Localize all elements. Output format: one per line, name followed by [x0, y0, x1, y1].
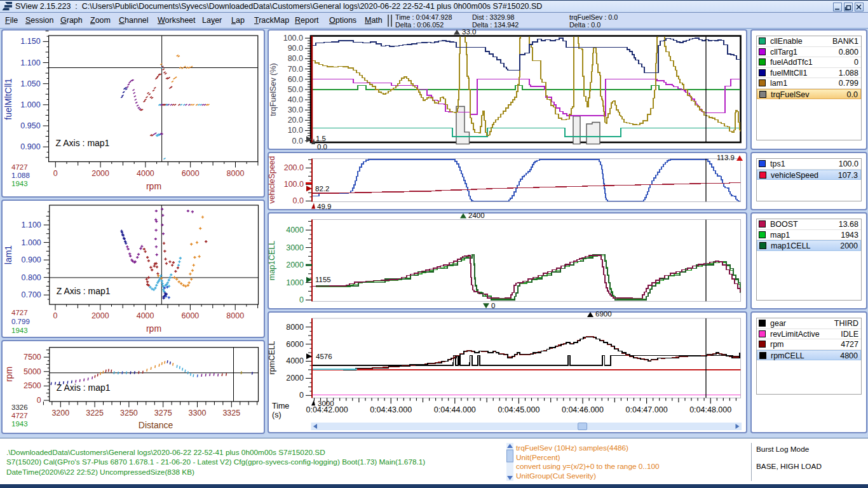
svg-text:113.9: 113.9 — [717, 154, 735, 161]
svg-text:Z Axis : map1: Z Axis : map1 — [56, 138, 110, 148]
svg-text:4000: 4000 — [286, 356, 304, 365]
svg-text:0: 0 — [37, 396, 41, 405]
svg-text:6000: 6000 — [286, 340, 304, 349]
svg-text:1.000: 1.000 — [22, 238, 41, 247]
svg-text:0.900: 0.900 — [20, 142, 40, 151]
svg-text:3225: 3225 — [86, 409, 104, 417]
svg-text:1.150: 1.150 — [20, 37, 40, 46]
svg-text:0.799: 0.799 — [11, 318, 30, 325]
svg-text:0:04:43.000: 0:04:43.000 — [370, 405, 412, 414]
svg-text:3325: 3325 — [222, 409, 240, 417]
svg-text:lam1: lam1 — [3, 245, 13, 265]
svg-text:0.0: 0.0 — [292, 137, 303, 146]
svg-text:2000: 2000 — [286, 374, 304, 383]
svg-text:(s): (s) — [272, 410, 281, 419]
svg-text:1.000: 1.000 — [20, 100, 40, 109]
svg-text:0:04:44.000: 0:04:44.000 — [434, 405, 476, 414]
svg-text:2400: 2400 — [468, 212, 485, 219]
svg-text:6900: 6900 — [595, 310, 612, 318]
svg-text:1000: 1000 — [286, 278, 304, 287]
svg-text:rpm: rpm — [146, 181, 161, 191]
svg-text:4727: 4727 — [11, 163, 28, 171]
svg-text:1155: 1155 — [315, 276, 331, 283]
svg-text:3000: 3000 — [286, 243, 304, 252]
svg-text:50.0: 50.0 — [288, 85, 303, 94]
svg-text:20.0: 20.0 — [288, 116, 303, 125]
svg-text:1.100: 1.100 — [22, 220, 41, 229]
svg-text:8000: 8000 — [227, 169, 245, 178]
svg-text:8000: 8000 — [286, 323, 304, 332]
svg-text:2000: 2000 — [286, 261, 304, 269]
svg-text:4576: 4576 — [316, 353, 332, 360]
svg-text:4727: 4727 — [11, 309, 28, 316]
svg-text:Time: Time — [272, 402, 289, 410]
svg-text:82.2: 82.2 — [315, 185, 329, 193]
svg-text:7500: 7500 — [24, 353, 41, 362]
svg-text:1943: 1943 — [11, 327, 28, 334]
svg-text:90.0: 90.0 — [288, 44, 303, 53]
svg-text:rpmCELL: rpmCELL — [268, 341, 276, 375]
svg-text:3326: 3326 — [11, 403, 28, 411]
svg-text:map1CELL: map1CELL — [268, 241, 276, 281]
svg-text:3275: 3275 — [154, 409, 172, 417]
svg-text:100.0: 100.0 — [283, 34, 303, 43]
svg-text:0: 0 — [299, 391, 304, 400]
svg-text:6000: 6000 — [182, 169, 200, 178]
svg-text:fuelMltCll1: fuelMltCll1 — [3, 78, 13, 120]
svg-text:1943: 1943 — [11, 420, 28, 428]
svg-text:Z Axis : map1: Z Axis : map1 — [57, 383, 111, 393]
svg-text:1.5: 1.5 — [316, 135, 326, 142]
svg-text:4000: 4000 — [286, 226, 304, 234]
svg-text:6000: 6000 — [181, 311, 199, 320]
svg-text:3250: 3250 — [120, 409, 138, 417]
svg-text:vehicleSpeed: vehicleSpeed — [268, 156, 276, 203]
svg-text:Z Axis : map1: Z Axis : map1 — [57, 286, 111, 296]
svg-text:1943: 1943 — [11, 180, 28, 187]
svg-text:1.050: 1.050 — [20, 79, 40, 88]
svg-text:100.0: 100.0 — [284, 180, 304, 189]
svg-text:3300: 3300 — [189, 409, 207, 417]
svg-text:0.700: 0.700 — [22, 290, 41, 299]
svg-text:40.0: 40.0 — [288, 95, 303, 104]
svg-text:rpm: rpm — [146, 323, 161, 334]
svg-text:0:04:46.000: 0:04:46.000 — [562, 405, 604, 414]
svg-text:4000: 4000 — [137, 311, 154, 320]
svg-text:trqFuelSev (%): trqFuelSev (%) — [269, 63, 278, 116]
svg-text:4000: 4000 — [137, 169, 154, 178]
svg-text:0:04:48.000: 0:04:48.000 — [689, 405, 731, 414]
svg-text:30.0: 30.0 — [288, 105, 303, 114]
svg-text:0:04:45.000: 0:04:45.000 — [498, 405, 539, 414]
svg-text:49.9: 49.9 — [317, 203, 331, 210]
svg-text:0: 0 — [53, 311, 58, 320]
svg-text:70.0: 70.0 — [288, 65, 303, 74]
svg-text:Distance: Distance — [139, 420, 173, 430]
svg-text:2000: 2000 — [92, 169, 109, 178]
svg-text:rpm: rpm — [4, 367, 14, 382]
svg-text:0:04:42.000: 0:04:42.000 — [306, 405, 348, 414]
svg-text:0: 0 — [299, 295, 304, 304]
svg-text:0.0: 0.0 — [317, 143, 327, 151]
svg-text:0:04:47.000: 0:04:47.000 — [626, 405, 668, 414]
svg-text:0: 0 — [53, 169, 58, 178]
svg-text:5000: 5000 — [24, 367, 41, 376]
svg-text:1.100: 1.100 — [20, 58, 40, 67]
svg-text:60.0: 60.0 — [288, 75, 303, 84]
svg-text:200.0: 200.0 — [284, 163, 304, 172]
svg-text:0.900: 0.900 — [22, 255, 41, 264]
svg-text:4727: 4727 — [11, 412, 28, 419]
svg-text:10.0: 10.0 — [288, 126, 303, 135]
svg-text:0.0: 0.0 — [293, 196, 304, 205]
svg-text:8000: 8000 — [226, 311, 244, 320]
svg-text:80.0: 80.0 — [288, 54, 303, 63]
svg-text:2500: 2500 — [24, 381, 41, 390]
svg-text:1.088: 1.088 — [11, 172, 30, 179]
svg-text:3200: 3200 — [51, 409, 69, 417]
svg-text:33.0: 33.0 — [462, 28, 476, 36]
svg-text:0.800: 0.800 — [22, 273, 41, 282]
svg-text:0.950: 0.950 — [20, 121, 40, 130]
svg-text:0: 0 — [491, 302, 495, 309]
svg-text:2000: 2000 — [92, 311, 109, 320]
